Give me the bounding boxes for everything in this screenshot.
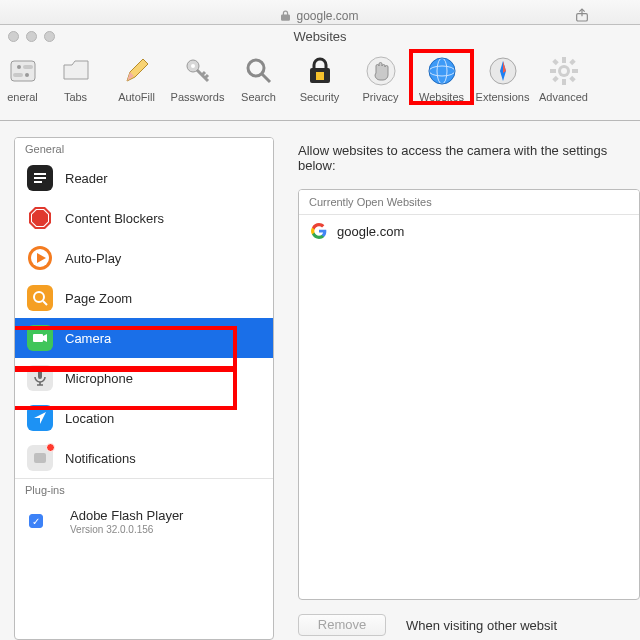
svg-point-8 — [248, 60, 264, 76]
traffic-minimize[interactable] — [26, 31, 37, 42]
gear-icon — [548, 55, 580, 87]
right-header: Allow websites to access the camera with… — [298, 137, 640, 189]
svg-rect-37 — [33, 334, 43, 342]
sidebar-item-label: Microphone — [65, 371, 133, 386]
sidebar-item-auto-play[interactable]: Auto-Play — [15, 238, 273, 278]
toolbar-label: eneral — [7, 91, 38, 103]
share-icon[interactable] — [574, 7, 590, 25]
compass-icon — [487, 55, 519, 87]
toolbar-label: AutoFill — [118, 91, 155, 103]
globe-icon — [426, 55, 458, 87]
sidebar-item-page-zoom[interactable]: Page Zoom — [15, 278, 273, 318]
toolbar-label: Websites — [419, 91, 464, 103]
toolbar-label: Privacy — [362, 91, 398, 103]
svg-rect-23 — [569, 76, 575, 82]
toolbar-search[interactable]: Search — [228, 53, 289, 103]
svg-rect-10 — [316, 72, 324, 80]
sidebar-item-label: Location — [65, 411, 114, 426]
bottom-bar: Remove When visiting other websit — [298, 614, 640, 640]
plugin-version: Version 32.0.0.156 — [70, 524, 183, 535]
toolbar-extensions[interactable]: Extensions — [472, 53, 533, 103]
svg-marker-38 — [43, 334, 47, 342]
preferences-toolbar: eneral Tabs AutoFill Passwords Search — [0, 49, 640, 121]
sidebar-item-content-blockers[interactable]: Content Blockers — [15, 198, 273, 238]
toolbar-label: Security — [300, 91, 340, 103]
sidebar-item-label: Auto-Play — [65, 251, 121, 266]
microphone-icon — [27, 365, 53, 391]
svg-rect-19 — [562, 79, 566, 85]
right-pane: Allow websites to access the camera with… — [274, 137, 640, 640]
svg-point-7 — [191, 64, 195, 68]
svg-rect-1 — [11, 61, 35, 81]
preferences-window: Websites eneral Tabs AutoFill Password — [0, 24, 640, 640]
stop-icon — [27, 205, 53, 231]
sidebar-item-camera[interactable]: Camera — [15, 318, 273, 358]
toolbar-autofill[interactable]: AutoFill — [106, 53, 167, 103]
toolbar-advanced[interactable]: Advanced — [533, 53, 594, 103]
address-text: google.com — [296, 9, 358, 23]
sidebar-item-flash[interactable]: ✓ Adobe Flash Player Version 32.0.0.156 — [15, 499, 273, 543]
remove-button[interactable]: Remove — [298, 614, 386, 636]
sidebar-section-general: General — [15, 138, 273, 158]
toolbar-general[interactable]: eneral — [0, 53, 45, 103]
svg-rect-21 — [572, 69, 578, 73]
svg-rect-5 — [13, 73, 23, 77]
svg-rect-29 — [34, 181, 42, 183]
open-websites-heading: Currently Open Websites — [299, 190, 639, 215]
svg-marker-32 — [32, 210, 48, 226]
svg-rect-20 — [550, 69, 556, 73]
sidebar-item-reader[interactable]: Reader — [15, 158, 273, 198]
sidebar-item-label: Adobe Flash Player — [70, 508, 183, 523]
when-visiting-label: When visiting other websit — [406, 618, 640, 633]
sidebar-item-microphone[interactable]: Microphone — [15, 358, 273, 398]
sidebar-section-plugins: Plug-ins — [15, 478, 273, 499]
traffic-zoom[interactable] — [44, 31, 55, 42]
sidebar-item-location[interactable]: Location — [15, 398, 273, 438]
svg-rect-41 — [34, 453, 46, 463]
pencil-icon — [121, 55, 153, 87]
switches-icon — [7, 55, 39, 87]
traffic-close[interactable] — [8, 31, 19, 42]
svg-rect-28 — [34, 177, 46, 179]
svg-point-36 — [34, 292, 44, 302]
camera-icon — [27, 325, 53, 351]
svg-rect-3 — [23, 65, 33, 69]
sidebar-item-label: Reader — [65, 171, 108, 186]
sidebar-item-label: Notifications — [65, 451, 136, 466]
lock-icon — [281, 10, 290, 21]
website-row[interactable]: google.com — [299, 215, 639, 247]
toolbar-label: Advanced — [539, 91, 588, 103]
svg-point-2 — [17, 65, 21, 69]
toolbar-security[interactable]: Security — [289, 53, 350, 103]
sidebar-item-label: Page Zoom — [65, 291, 132, 306]
svg-rect-24 — [569, 59, 575, 65]
key-icon — [182, 55, 214, 87]
toolbar-privacy[interactable]: Privacy — [350, 53, 411, 103]
open-websites-list: Currently Open Websites google.com — [298, 189, 640, 600]
svg-rect-22 — [552, 59, 558, 65]
website-host: google.com — [337, 224, 404, 239]
toolbar-tabs[interactable]: Tabs — [45, 53, 106, 103]
play-icon — [27, 245, 53, 271]
zoom-icon — [27, 285, 53, 311]
svg-point-4 — [25, 73, 29, 77]
main-content: General Reader Content Blockers Auto-Pla… — [0, 121, 640, 640]
hand-icon — [365, 55, 397, 87]
toolbar-label: Search — [241, 91, 276, 103]
toolbar-websites[interactable]: Websites — [411, 53, 472, 103]
svg-rect-39 — [38, 370, 42, 379]
toolbar-label: Tabs — [64, 91, 87, 103]
websites-sidebar: General Reader Content Blockers Auto-Pla… — [14, 137, 274, 640]
svg-rect-18 — [562, 57, 566, 63]
notifications-icon — [27, 445, 53, 471]
svg-rect-27 — [34, 173, 46, 175]
plugin-checkbox[interactable]: ✓ — [29, 514, 43, 528]
toolbar-label: Extensions — [476, 91, 530, 103]
reader-icon — [27, 165, 53, 191]
toolbar-passwords[interactable]: Passwords — [167, 53, 228, 103]
tab-icon — [60, 55, 92, 87]
window-traffic-lights[interactable] — [8, 31, 55, 42]
google-favicon-icon — [311, 223, 327, 239]
sidebar-item-notifications[interactable]: Notifications — [15, 438, 273, 478]
location-icon — [27, 405, 53, 431]
